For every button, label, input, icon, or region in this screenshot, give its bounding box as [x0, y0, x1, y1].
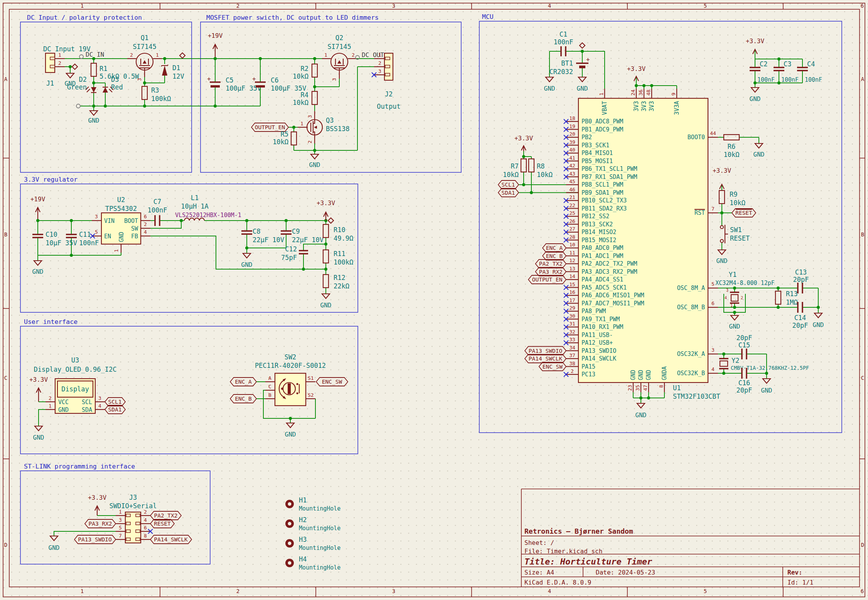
r6-value: 10kΩ	[724, 151, 740, 158]
component-j1[interactable]: 1 2 J1	[46, 52, 65, 87]
component-j3[interactable]: J3 SWDIO+Serial 1 3 5 7 2 4 6 8	[110, 494, 157, 543]
section-title-dc-input: DC Input / polarity protection	[27, 14, 142, 21]
pin-name: BOOT0	[688, 134, 705, 141]
svg-text:PA13_SWDIO: PA13_SWDIO	[78, 536, 111, 543]
svg-text:+3.3V: +3.3V	[514, 135, 533, 142]
component-c7[interactable]: C7 100nF	[147, 198, 167, 226]
pin-name: PA0_ADC0_PWM	[581, 244, 623, 251]
component-c16[interactable]: C16 20pF	[737, 368, 752, 394]
component-c1[interactable]: C1 100nF	[553, 30, 573, 56]
component-r8[interactable]: R8 10kΩ	[529, 159, 553, 179]
component-sw2[interactable]: SW2 PEC11R-4020F-S0012 A C B S1 S2	[255, 353, 326, 406]
svg-text:PA14_SWCLK: PA14_SWCLK	[154, 536, 188, 543]
component-h3[interactable]: H3 MountingHole	[285, 536, 340, 551]
component-h4[interactable]: H4 MountingHole	[285, 555, 340, 571]
component-r7[interactable]: R7 10kΩ	[503, 159, 526, 179]
component-r13[interactable]: R13 1MΩ	[775, 290, 798, 306]
frame-col-2-top: 2	[236, 3, 239, 9]
hier-label-pa13-swdio[interactable]: PA13_SWDIO	[74, 535, 116, 544]
c3-value: 100nF	[781, 76, 799, 83]
component-u3[interactable]: U3 Display_OLED_0.96_I2C Display 2 1 3 4…	[34, 356, 117, 413]
component-c15[interactable]: 20pF C15	[737, 334, 752, 359]
power-flag-19v[interactable]: +19V	[208, 32, 223, 59]
component-c12[interactable]: C12 75pF	[281, 245, 308, 261]
component-c2[interactable]: C2 100nF	[750, 60, 775, 83]
pin-number: 33	[569, 337, 575, 342]
power-flag-3v3-reg[interactable]: +3.3V	[317, 199, 335, 221]
pin-number: 42	[569, 163, 575, 169]
hier-label-pa3-rx2[interactable]: PA3_RX2	[85, 519, 116, 528]
component-c9[interactable]: C9 22µF 10V	[281, 228, 324, 244]
r1-ref: R1	[99, 65, 107, 72]
component-j2[interactable]: 1 2 3 J2 Output	[372, 52, 401, 110]
pin-name: PA5_ADC5_SCK1	[581, 284, 627, 291]
component-sw1[interactable]: SW1 RESET	[720, 225, 750, 243]
svg-text:1: 1	[49, 403, 52, 409]
hier-label-sda1-mcu[interactable]: SDA1	[498, 189, 519, 197]
hier-label-sda1-ui[interactable]: SDA1	[105, 405, 125, 414]
c8-value: 22µF 10V	[253, 236, 284, 244]
component-q3[interactable]: Q3 BSS138 1 3 2	[298, 111, 349, 143]
component-c3[interactable]: C3 100nF	[774, 60, 799, 83]
pin-number: 5	[711, 281, 715, 287]
component-c8[interactable]: C8 22µF 10V	[241, 228, 284, 244]
component-d2-led[interactable]: D2 Green	[67, 76, 96, 93]
hier-label-enc-b-ui[interactable]: ENC_B	[230, 394, 256, 403]
component-c4[interactable]: C4 100nF	[797, 60, 822, 83]
component-h2[interactable]: H2 MountingHole	[285, 516, 340, 532]
schematic-canvas[interactable]: 1 2 3 4 5 6 1 2 3 4 5 6 A B C D A B C D …	[0, 0, 868, 600]
component-r3[interactable]: R3 100kΩ	[142, 86, 171, 103]
svg-text:5: 5	[95, 229, 98, 235]
component-u2[interactable]: U2 TPS54302 3 VIN 5 EN 6 BOOT 2 SW 4 FB …	[90, 196, 150, 253]
component-y2[interactable]: Y2 CMBV-T1A-32.768KHZ-12.5PF	[719, 357, 809, 371]
component-r2[interactable]: R2 10kΩ	[293, 64, 317, 80]
hier-label-pa14-swclk[interactable]: PA14_SWCLK	[150, 535, 192, 544]
component-r9[interactable]: R9 10kΩ	[719, 190, 745, 207]
r2-ref: R2	[301, 65, 308, 72]
svg-text:BOOT: BOOT	[124, 217, 138, 224]
component-r5[interactable]: R5 10kΩ	[273, 130, 297, 146]
r8-ref: R8	[537, 162, 544, 170]
r9-value: 10kΩ	[730, 199, 745, 207]
component-bt1[interactable]: + BT1 CR2032	[549, 56, 590, 76]
hier-label-scl1-mcu[interactable]: SCL1	[498, 180, 519, 189]
hier-label-enc-a-ui[interactable]: ENC_A	[230, 378, 256, 386]
component-q2[interactable]: Q2 SI7145 1 2 3	[322, 34, 357, 81]
component-r6[interactable]: R6 10kΩ	[724, 135, 740, 158]
h1-value: MountingHole	[299, 505, 340, 512]
pin-name: PA2_ADC2_TX2_PWM	[581, 260, 637, 267]
svg-text:3: 3	[119, 517, 122, 523]
hier-label-reset-mcu[interactable]: RESET	[732, 209, 756, 217]
section-boxes: DC Input / polarity protection MOSFET po…	[20, 13, 842, 564]
pin-number: 6	[711, 300, 715, 306]
mounting-holes: H1 MountingHole H2 MountingHole H3 Mount…	[285, 496, 340, 571]
power-flag-19v-reg[interactable]: +19V	[30, 196, 46, 221]
pin-number: 10	[569, 242, 575, 248]
h4-ref: H4	[299, 555, 307, 563]
pin-number: 48	[646, 89, 651, 96]
q1-pin1-number: 1	[156, 52, 159, 58]
component-l1[interactable]: L1 10µH 1A VLS252012HBX-100M-1	[175, 194, 241, 221]
power-flag-3v3-pullups[interactable]: +3.3V	[514, 135, 533, 151]
hier-label-scl1-ui[interactable]: SCL1	[105, 398, 125, 406]
component-r12[interactable]: R12 22kΩ	[323, 274, 349, 290]
pin-name: RST	[694, 209, 705, 216]
pin-number: 38	[569, 361, 575, 366]
c12-value: 75pF	[281, 254, 297, 261]
component-h1[interactable]: H1 MountingHole	[285, 496, 340, 512]
q3-ref: Q3	[326, 116, 334, 124]
hier-label-reset-stlink[interactable]: RESET	[150, 519, 174, 528]
section-stlink: +3.3V J3 SWDIO+Serial 1 3 5 7 2 4 6 8 GN…	[49, 494, 192, 551]
component-r10[interactable]: R10 49.9Ω	[323, 224, 353, 242]
power-flag-3v3-stlink[interactable]: +3.3V	[88, 494, 107, 516]
component-r4[interactable]: R4 10kΩ	[293, 91, 317, 106]
component-r11[interactable]: R11 100kΩ	[323, 250, 353, 266]
r4-value: 10kΩ	[293, 99, 308, 106]
hier-label-enc-sw-ui[interactable]: ENC_SW	[316, 378, 348, 386]
frame-col-1-top: 1	[81, 3, 84, 9]
svg-text:+19V: +19V	[208, 32, 223, 39]
power-flag-3v3-ui[interactable]: +3.3V	[29, 376, 48, 402]
gnd-symbol	[287, 423, 294, 428]
hier-label-pa2-tx2[interactable]: PA2_TX2	[150, 511, 181, 520]
component-c10[interactable]: C10 10µF 35V	[32, 231, 77, 247]
